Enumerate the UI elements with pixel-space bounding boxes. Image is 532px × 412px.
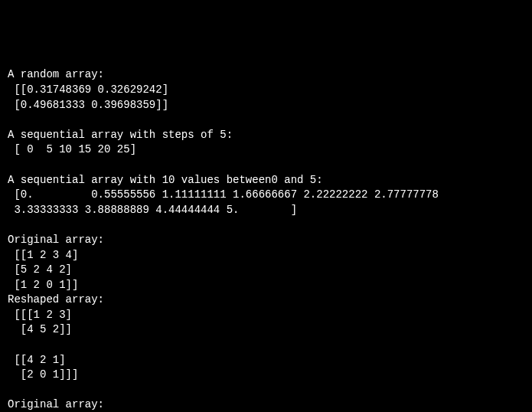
output-line: [ 0 5 10 15 20 25] — [8, 143, 136, 155]
output-line: [1 2 0 1]] — [8, 279, 78, 291]
output-line: [0.49681333 0.39698359]] — [8, 99, 168, 111]
output-line: 3.33333333 3.88888889 4.44444444 5. ] — [8, 204, 297, 216]
output-line: [[1 2 3 4] — [8, 249, 78, 261]
output-line: A sequential array with 10 values betwee… — [8, 174, 323, 186]
output-line: [[4 2 1] — [8, 354, 66, 366]
output-line: A sequential array with steps of 5: — [8, 129, 233, 141]
output-line: Reshaped array: — [8, 293, 104, 306]
output-line: Original array: — [8, 398, 104, 410]
output-line: A random array: — [8, 68, 104, 80]
output-line: [2 0 1]]] — [8, 368, 78, 381]
output-line: [[[1 2 3] — [8, 309, 72, 321]
output-line: [0. 0.55555556 1.11111111 1.66666667 2.2… — [8, 188, 439, 201]
terminal-output: A random array: [[0.31748369 0.32629242]… — [8, 67, 524, 412]
output-line: Original array: — [8, 234, 104, 246]
output-line: [[0.31748369 0.32629242] — [8, 83, 168, 96]
output-line: [5 2 4 2] — [8, 263, 72, 276]
output-line: [4 5 2]] — [8, 323, 72, 335]
